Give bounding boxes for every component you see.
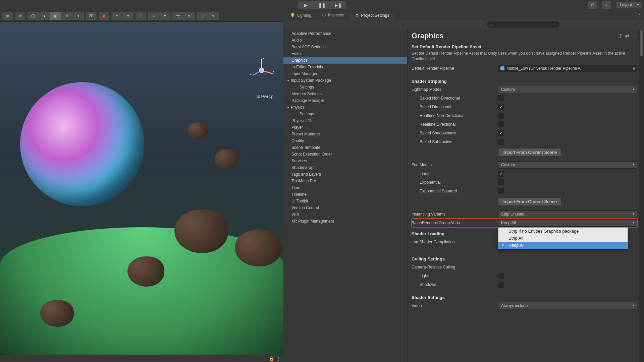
asset-icon bbox=[500, 66, 504, 70]
category-item[interactable]: UI Toolkit bbox=[283, 198, 407, 204]
lightmap-modes-dropdown[interactable]: Custom bbox=[498, 86, 637, 93]
tabs-kebab-icon[interactable]: ⋮ bbox=[637, 12, 641, 17]
step-button[interactable]: ▶❚ bbox=[330, 1, 346, 9]
shadows-label: Shadows bbox=[412, 282, 498, 287]
lights-checkbox[interactable] bbox=[498, 273, 504, 279]
brg-option-keep-all[interactable]: Keep All bbox=[498, 242, 628, 249]
lock-icon[interactable]: 🔓 bbox=[269, 356, 274, 361]
brg-option-strip-entities[interactable]: Strip if no Entities Graphics package bbox=[498, 228, 628, 235]
realtime-nd-checkbox[interactable] bbox=[498, 113, 504, 119]
category-item[interactable]: Physics 2D bbox=[283, 117, 407, 124]
scene-rock bbox=[174, 209, 228, 253]
tab-lighting[interactable]: 💡Lighting bbox=[285, 11, 317, 20]
category-item[interactable]: Settings bbox=[283, 111, 407, 117]
category-item[interactable]: Preset Manager bbox=[283, 131, 407, 137]
scene-rock bbox=[40, 300, 74, 327]
layout-dropdown[interactable]: Layout bbox=[616, 2, 641, 8]
gizmo-dd[interactable]: ▾ bbox=[208, 12, 219, 20]
category-item[interactable]: Physics bbox=[283, 104, 407, 111]
category-item[interactable]: Audio bbox=[283, 37, 407, 44]
draw-more[interactable]: ▾ bbox=[73, 12, 84, 20]
video-dropdown[interactable]: Always include bbox=[498, 302, 637, 309]
baked-sub-checkbox[interactable] bbox=[498, 139, 504, 145]
category-list[interactable]: Adaptive PerformanceAudioBurst AOT Setti… bbox=[283, 29, 408, 362]
scrollbar[interactable] bbox=[639, 29, 644, 362]
category-item[interactable]: Input Manager bbox=[283, 70, 407, 77]
category-item[interactable]: Script Execution Order bbox=[283, 151, 407, 158]
global-search-icon[interactable]: ⌕ bbox=[602, 1, 611, 9]
import-lightmap-button[interactable]: Import From Current Scene bbox=[498, 148, 561, 157]
linear-checkbox[interactable] bbox=[498, 171, 504, 177]
category-item[interactable]: XR Plugin Management bbox=[283, 218, 407, 225]
svg-text:y: y bbox=[263, 56, 264, 59]
instancing-dropdown[interactable]: Strip Unused bbox=[498, 210, 637, 218]
category-item[interactable]: Graphics bbox=[283, 57, 407, 64]
category-item[interactable]: ShaderGraph bbox=[283, 164, 407, 171]
layers-toggle[interactable]: ≡ bbox=[148, 12, 159, 20]
mode-2d[interactable]: 2D bbox=[86, 12, 97, 20]
shadows-checkbox[interactable] bbox=[498, 282, 504, 288]
category-item[interactable]: Timeline bbox=[283, 191, 407, 198]
brg-option-strip-all[interactable]: Strip All bbox=[498, 235, 628, 242]
category-item[interactable]: Tags and Layers bbox=[283, 171, 407, 178]
category-item[interactable]: Memory Settings bbox=[283, 90, 407, 97]
tab-project-settings[interactable]: ⚙Project Settings bbox=[350, 11, 394, 20]
scrollbar-thumb[interactable] bbox=[640, 29, 643, 56]
camera-dd[interactable]: ▾ bbox=[184, 12, 195, 20]
svg-point-3 bbox=[259, 68, 264, 73]
draw-wire[interactable]: ◯ bbox=[28, 12, 38, 20]
default-rp-field[interactable]: Mobile_Low (Universal Render Pipeline A bbox=[498, 65, 637, 72]
category-item[interactable]: Settings bbox=[283, 84, 407, 90]
scene-viewport[interactable]: ≡ Persp y x z bbox=[0, 22, 283, 355]
visibility-toggle[interactable]: 👁̸ bbox=[136, 12, 146, 20]
linear-label: Linear bbox=[412, 171, 498, 176]
category-item[interactable]: Adaptive Performance bbox=[283, 30, 407, 37]
baked-nd-checkbox[interactable] bbox=[498, 95, 504, 101]
orientation-gizmo[interactable]: y x z bbox=[247, 55, 277, 85]
brg-dropdown[interactable]: Keep All bbox=[498, 219, 637, 227]
category-item[interactable]: In-Editor Tutorials bbox=[283, 64, 407, 70]
category-item[interactable]: Time bbox=[283, 184, 407, 191]
draw-shaded-wire[interactable]: ◐ bbox=[50, 12, 61, 20]
help-icon[interactable]: ? bbox=[619, 33, 622, 39]
layers-dd[interactable]: ▾ bbox=[160, 12, 170, 20]
category-item[interactable]: Package Manager bbox=[283, 97, 407, 104]
exponential-checkbox[interactable] bbox=[498, 179, 504, 185]
undo-history-icon[interactable]: ↺ bbox=[588, 1, 597, 9]
play-button[interactable]: ▶ bbox=[298, 1, 314, 9]
search-wrap bbox=[487, 21, 642, 28]
fog-modes-dropdown[interactable]: Custom bbox=[498, 161, 637, 169]
tool-local[interactable]: ⊗ bbox=[15, 12, 25, 20]
category-item[interactable]: Services bbox=[283, 158, 407, 164]
fx-toggle[interactable]: ✦ bbox=[111, 12, 122, 20]
fx-dd[interactable]: ▾ bbox=[123, 12, 133, 20]
tool-pivot[interactable]: ⊕ bbox=[2, 12, 13, 20]
scene-foot-kebab[interactable]: ⋮ bbox=[277, 356, 281, 361]
realtime-d-checkbox[interactable] bbox=[498, 121, 504, 127]
category-item[interactable]: Input System Package bbox=[283, 77, 407, 84]
realtime-d-label: Realtime Directional bbox=[412, 122, 498, 127]
camera-toggle[interactable]: 📷 bbox=[172, 12, 183, 20]
category-item[interactable]: VFX bbox=[283, 211, 407, 218]
baked-sm-checkbox[interactable] bbox=[498, 130, 504, 136]
category-item[interactable]: Player bbox=[283, 124, 407, 131]
category-item[interactable]: Scene Template bbox=[283, 144, 407, 151]
draw-debug[interactable]: ✲ bbox=[62, 12, 72, 20]
category-item[interactable]: TextMesh Pro bbox=[283, 178, 407, 184]
category-item[interactable]: Editor bbox=[283, 50, 407, 57]
preset-icon[interactable]: ⇄ bbox=[625, 33, 629, 39]
settings-search-input[interactable] bbox=[487, 21, 559, 28]
category-item[interactable]: Burst AOT Settings bbox=[283, 44, 407, 50]
detail-kebab-icon[interactable]: ⋮ bbox=[633, 33, 637, 39]
pause-button[interactable]: ❚❚ bbox=[314, 1, 330, 9]
exp-sq-checkbox[interactable] bbox=[498, 188, 504, 194]
audio-toggle[interactable]: 🔇 bbox=[99, 12, 109, 20]
tab-inspector[interactable]: ⓘInspector bbox=[317, 10, 350, 20]
baked-d-checkbox[interactable] bbox=[498, 104, 504, 110]
import-fog-button[interactable]: Import From Current Scene bbox=[498, 197, 561, 206]
lightbulb-icon: 💡 bbox=[290, 13, 295, 18]
category-item[interactable]: Version Control bbox=[283, 204, 407, 211]
category-item[interactable]: Quality bbox=[283, 137, 407, 144]
gizmo-toggle[interactable]: ⊞ bbox=[197, 12, 207, 20]
draw-shaded[interactable]: ● bbox=[39, 12, 50, 20]
